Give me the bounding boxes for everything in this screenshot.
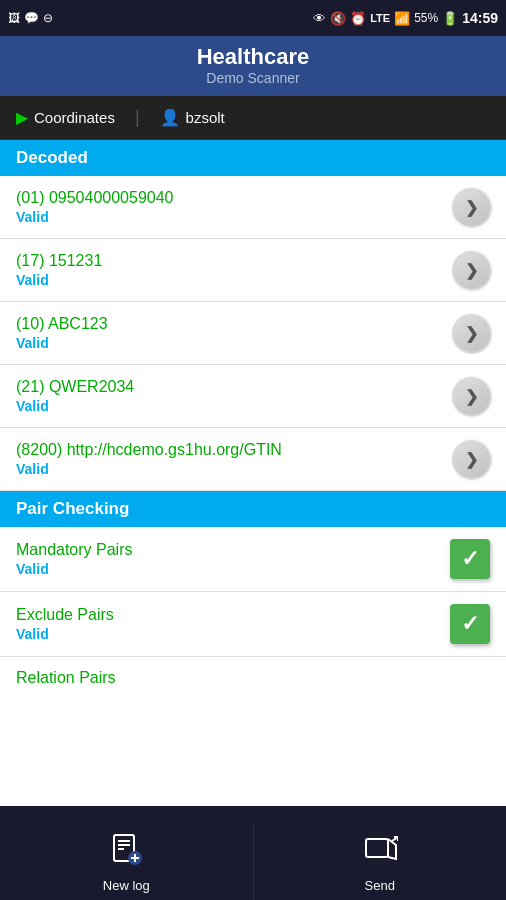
eye-icon: 👁 [313, 11, 326, 26]
new-log-button[interactable]: New log [0, 824, 254, 900]
decoded-item-2-chevron[interactable]: ❯ [452, 251, 490, 289]
battery-icon: 🔋 [442, 11, 458, 26]
relation-pairs-label: Relation Pairs [16, 669, 116, 687]
minus-icon: ⊖ [43, 11, 53, 25]
decoded-item-4-status: Valid [16, 398, 134, 414]
exclude-pairs-text: Exclude Pairs Valid [16, 606, 114, 642]
time-display: 14:59 [462, 10, 498, 26]
nav-divider: | [135, 107, 140, 128]
chevron-right-icon: ❯ [465, 387, 478, 406]
mandatory-pairs-item: Mandatory Pairs Valid ✓ [0, 527, 506, 592]
new-log-icon [108, 831, 144, 874]
decoded-item-5: (8200) http://hcdemo.gs1hu.org/GTIN Vali… [0, 428, 506, 491]
decoded-item-4: (21) QWER2034 Valid ❯ [0, 365, 506, 428]
decoded-item-5-status: Valid [16, 461, 282, 477]
bottom-nav: New log Send [0, 824, 506, 900]
status-left-icons: 🖼 💬 ⊖ [8, 11, 53, 25]
content-area: Decoded (01) 09504000059040 Valid ❯ (17)… [0, 140, 506, 806]
decoded-item-4-text: (21) QWER2034 Valid [16, 378, 134, 414]
checkmark-icon: ✓ [461, 546, 479, 572]
pair-checking-section-header: Pair Checking [0, 491, 506, 527]
decoded-item-4-chevron[interactable]: ❯ [452, 377, 490, 415]
decoded-item-3-chevron[interactable]: ❯ [452, 314, 490, 352]
decoded-item-1-text: (01) 09504000059040 Valid [16, 189, 173, 225]
username-label: bzsolt [186, 109, 225, 126]
decoded-section-header: Decoded [0, 140, 506, 176]
coordinates-label: Coordinates [34, 109, 115, 126]
decoded-item-2: (17) 151231 Valid ❯ [0, 239, 506, 302]
decoded-item-2-text: (17) 151231 Valid [16, 252, 102, 288]
checkmark-icon: ✓ [461, 611, 479, 637]
chevron-right-icon: ❯ [465, 198, 478, 217]
new-log-label: New log [103, 878, 150, 893]
decoded-item-1-chevron[interactable]: ❯ [452, 188, 490, 226]
decoded-item-1: (01) 09504000059040 Valid ❯ [0, 176, 506, 239]
mute-icon: 🔇 [330, 11, 346, 26]
coordinates-nav[interactable]: ▶ Coordinates [16, 108, 115, 127]
exclude-pairs-check-button[interactable]: ✓ [450, 604, 490, 644]
alarm-icon: ⏰ [350, 11, 366, 26]
decoded-item-2-status: Valid [16, 272, 102, 288]
exclude-pairs-item: Exclude Pairs Valid ✓ [0, 592, 506, 657]
status-bar: 🖼 💬 ⊖ 👁 🔇 ⏰ LTE 📶 55% 🔋 14:59 [0, 0, 506, 36]
decoded-item-1-status: Valid [16, 209, 173, 225]
person-icon: 👤 [160, 108, 180, 127]
status-right-icons: 👁 🔇 ⏰ LTE 📶 55% 🔋 14:59 [313, 10, 498, 26]
exclude-pairs-status: Valid [16, 626, 114, 642]
decoded-item-5-text: (8200) http://hcdemo.gs1hu.org/GTIN Vali… [16, 441, 282, 477]
decoded-item-3-code: (10) ABC123 [16, 315, 108, 333]
location-icon: ▶ [16, 108, 28, 127]
decoded-item-3-text: (10) ABC123 Valid [16, 315, 108, 351]
send-button[interactable]: Send [254, 824, 507, 900]
decoded-item-2-code: (17) 151231 [16, 252, 102, 270]
user-nav[interactable]: 👤 bzsolt [160, 108, 225, 127]
mandatory-pairs-check-button[interactable]: ✓ [450, 539, 490, 579]
mandatory-pairs-status: Valid [16, 561, 133, 577]
battery-label: 55% [414, 11, 438, 25]
app-header: Healthcare Demo Scanner [0, 36, 506, 96]
svg-rect-7 [366, 839, 388, 857]
exclude-pairs-label: Exclude Pairs [16, 606, 114, 624]
app-title: Healthcare [0, 44, 506, 70]
decoded-item-3-status: Valid [16, 335, 108, 351]
signal-bars: 📶 [394, 11, 410, 26]
image-icon: 🖼 [8, 11, 20, 25]
chevron-right-icon: ❯ [465, 324, 478, 343]
nav-bar: ▶ Coordinates | 👤 bzsolt [0, 96, 506, 140]
mandatory-pairs-label: Mandatory Pairs [16, 541, 133, 559]
mandatory-pairs-text: Mandatory Pairs Valid [16, 541, 133, 577]
relation-pairs-item: Relation Pairs [0, 657, 506, 697]
decoded-item-4-code: (21) QWER2034 [16, 378, 134, 396]
chevron-right-icon: ❯ [465, 261, 478, 280]
chevron-right-icon: ❯ [465, 450, 478, 469]
send-icon [362, 831, 398, 874]
decoded-item-1-code: (01) 09504000059040 [16, 189, 173, 207]
chat-icon: 💬 [24, 11, 39, 25]
lte-label: LTE [370, 12, 390, 24]
send-label: Send [365, 878, 395, 893]
decoded-item-5-chevron[interactable]: ❯ [452, 440, 490, 478]
app-subtitle: Demo Scanner [0, 70, 506, 86]
decoded-item-5-code: (8200) http://hcdemo.gs1hu.org/GTIN [16, 441, 282, 459]
decoded-item-3: (10) ABC123 Valid ❯ [0, 302, 506, 365]
